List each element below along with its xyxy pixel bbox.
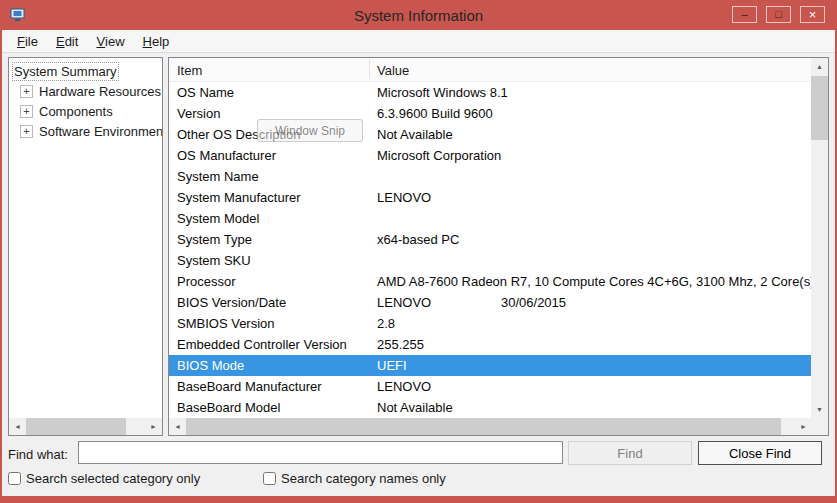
system-information-window: System Information – □ × FileEditViewHel… [0,0,837,503]
expand-icon[interactable]: + [20,85,33,98]
minimize-icon: – [741,9,747,20]
tree-item-software-environment[interactable]: +Software Environment [9,121,162,141]
tree-item-label: Components [39,104,113,119]
value-cell: LENOVO [377,376,431,397]
value-cell: UEFI [377,355,407,376]
expand-icon[interactable]: + [20,105,33,118]
item-cell: System Model [177,208,259,229]
scroll-right-icon[interactable]: ► [145,418,162,435]
window-title: System Information [0,0,837,30]
maximize-button[interactable]: □ [766,6,791,23]
maximize-icon: □ [775,9,782,20]
titlebar[interactable]: System Information – □ × [0,0,837,30]
item-cell: OS Name [177,82,234,103]
scroll-left-icon[interactable]: ◄ [9,418,26,435]
list-row-bios-version-date[interactable]: BIOS Version/DateLENOVO30/06/2015 [169,292,812,313]
item-cell: BaseBoard Model [177,397,280,418]
scroll-right-icon[interactable]: ► [795,418,812,435]
menu-item-view[interactable]: View [87,30,133,52]
tree-items: System Summary+Hardware Resources+Compon… [9,61,162,141]
value-cell: Not Available [377,124,453,145]
search-category-names-option: Search category names only [263,471,446,486]
list-row-system-type[interactable]: System Typex64-based PC [169,229,812,250]
list-row-os-name[interactable]: OS NameMicrosoft Windows 8.1 [169,82,812,103]
list-row-processor[interactable]: ProcessorAMD A8-7600 Radeon R7, 10 Compu… [169,271,812,292]
list-horizontal-scrollbar[interactable]: ◄ ► [169,418,812,435]
tree-item-components[interactable]: +Components [9,101,162,121]
list-row-system-sku[interactable]: System SKU [169,250,812,271]
value-cell: 2.8 [377,313,395,334]
find-input[interactable] [78,441,563,464]
list-horizontal-scroll-thumb[interactable] [186,418,781,435]
tree-horizontal-scrollbar[interactable]: ◄ ► [9,418,162,435]
item-cell: Embedded Controller Version [177,334,347,355]
item-cell: System Manufacturer [177,187,301,208]
item-cell: OS Manufacturer [177,145,276,166]
tree-item-label: Hardware Resources [39,84,161,99]
item-cell: BIOS Mode [177,355,244,376]
list-row-baseboard-model[interactable]: BaseBoard ModelNot Available [169,397,812,418]
vertical-scrollbar[interactable]: ▲ ▼ [811,58,828,418]
close-button[interactable]: × [800,6,825,23]
item-cell: System SKU [177,250,251,271]
tree-item-label: Software Environment [39,124,162,139]
list-row-system-manufacturer[interactable]: System ManufacturerLENOVO [169,187,812,208]
value-cell: LENOVO [377,187,431,208]
list-row-system-name[interactable]: System Name [169,166,812,187]
window-border-left [0,30,2,503]
find-what-label: Find what: [8,447,68,462]
value-cell: LENOVO [377,292,431,313]
value-cell: 6.3.9600 Build 9600 [377,103,493,124]
list-row-bios-mode[interactable]: BIOS ModeUEFI [169,355,812,376]
find-button[interactable]: Find [568,441,692,465]
item-cell: BaseBoard Manufacturer [177,376,322,397]
list-row-system-model[interactable]: System Model [169,208,812,229]
item-cell: SMBIOS Version [177,313,275,334]
search-selected-category-label: Search selected category only [26,471,200,486]
details-list-panel: Item Value OS NameMicrosoft Windows 8.1V… [168,57,829,436]
column-header-value[interactable]: Value [377,58,409,82]
vertical-scroll-thumb[interactable] [811,76,828,140]
value-cell-secondary: 30/06/2015 [501,292,566,313]
search-selected-category-option: Search selected category only [8,471,200,486]
value-cell: Microsoft Corporation [377,145,501,166]
menubar: FileEditViewHelp [2,30,835,53]
value-cell: 255.255 [377,334,424,355]
tree-item-system-summary[interactable]: System Summary [9,61,162,81]
item-cell: Processor [177,271,236,292]
category-tree-panel: System Summary+Hardware Resources+Compon… [8,57,163,436]
list-row-embedded-controller-version[interactable]: Embedded Controller Version255.255 [169,334,812,355]
window-border-bottom [0,496,837,503]
column-header-item[interactable]: Item [177,58,202,82]
expand-icon[interactable]: + [20,125,33,138]
minimize-button[interactable]: – [732,6,757,23]
tree-item-label: System Summary [14,64,117,79]
value-cell: x64-based PC [377,229,459,250]
search-category-names-label: Search category names only [281,471,446,486]
item-cell: Version [177,103,220,124]
value-cell: Microsoft Windows 8.1 [377,82,508,103]
tree-horizontal-scroll-thumb[interactable] [26,418,126,435]
item-cell: System Name [177,166,259,187]
value-cell: Not Available [377,397,453,418]
caption-buttons: – □ × [732,6,825,23]
close-icon: × [809,8,817,21]
list-row-os-manufacturer[interactable]: OS ManufacturerMicrosoft Corporation [169,145,812,166]
list-row-smbios-version[interactable]: SMBIOS Version2.8 [169,313,812,334]
menu-item-file[interactable]: File [8,30,47,52]
menu-item-edit[interactable]: Edit [47,30,87,52]
scroll-up-icon[interactable]: ▲ [811,58,828,75]
window-snip-ghost: Window Snip [257,119,363,142]
close-find-button[interactable]: Close Find [698,441,822,465]
search-category-names-checkbox[interactable] [263,472,276,485]
scroll-left-icon[interactable]: ◄ [169,418,186,435]
tree-item-hardware-resources[interactable]: +Hardware Resources [9,81,162,101]
value-cell: AMD A8-7600 Radeon R7, 10 Compute Cores … [377,271,815,292]
column-separator[interactable] [369,60,370,79]
scroll-down-icon[interactable]: ▼ [811,401,828,418]
list-row-baseboard-manufacturer[interactable]: BaseBoard ManufacturerLENOVO [169,376,812,397]
menu-item-help[interactable]: Help [134,30,179,52]
search-selected-category-checkbox[interactable] [8,472,21,485]
list-header: Item Value [169,58,811,82]
scrollbar-corner [811,418,828,435]
